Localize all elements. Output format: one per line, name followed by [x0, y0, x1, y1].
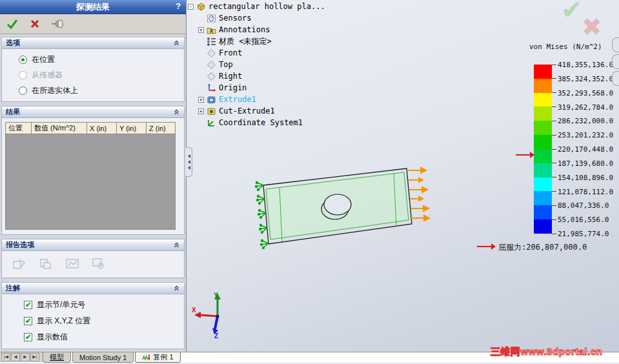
- legend-value-label: 319,262,784.0: [558, 103, 613, 112]
- task-pane-edge-tab[interactable]: [612, 37, 619, 52]
- tree-item-annotations[interactable]: + A Annotations: [188, 24, 349, 35]
- yield-marker-arrow-icon: [515, 150, 535, 159]
- panel-collapse-handle[interactable]: [186, 147, 192, 177]
- model-plate-with-hole[interactable]: [248, 156, 441, 259]
- col-value[interactable]: 数值 (N/m^2): [31, 122, 86, 134]
- legend-tick: [552, 191, 556, 192]
- legend-value-label: 418,355,136.0: [558, 61, 613, 69]
- coordinate-system-icon: [207, 118, 216, 128]
- save-results-icon: [37, 256, 54, 272]
- checkbox-show-node-element-number[interactable]: ✔ 显示节/单元号: [5, 297, 181, 313]
- radio-at-location[interactable]: 在位置: [5, 52, 181, 67]
- confirm-corner-check-icon[interactable]: ✔: [561, 0, 583, 25]
- tree-item-front-plane[interactable]: Front: [188, 47, 349, 59]
- tab-motion-study-1[interactable]: Motion Study 1: [72, 352, 134, 363]
- report-group-header[interactable]: 报告选项: [2, 239, 184, 251]
- radio-on-selected-entities[interactable]: 在所选实体上: [5, 83, 181, 98]
- radio-icon[interactable]: [19, 56, 27, 64]
- legend-tick: [552, 92, 556, 93]
- checkbox-show-value[interactable]: ✔ 显示数值: [5, 329, 181, 345]
- plot-graph-icon: [64, 256, 81, 272]
- legend-color-bar: [534, 65, 552, 234]
- results-table: 位置 数值 (N/m^2) X (in) Y (in) Z (in): [5, 122, 181, 230]
- help-icon[interactable]: ?: [176, 1, 181, 11]
- panel-toolbar: [0, 14, 186, 34]
- col-location[interactable]: 位置: [5, 122, 31, 134]
- collapse-chevron-icon: [173, 241, 180, 248]
- options-group: 选项 在位置 从传感器 在所选实体上: [1, 37, 185, 102]
- tab-model[interactable]: 模型: [43, 352, 71, 363]
- legend-value-label: 55,016,556.0: [558, 216, 609, 224]
- tab-scroll-last-button[interactable]: ▶|: [30, 353, 39, 361]
- col-x[interactable]: X (in): [86, 122, 116, 134]
- tree-item-cut-extrude1[interactable]: + Cut-Extrude1: [188, 105, 349, 117]
- annotation-group-header[interactable]: 注解: [2, 283, 184, 294]
- legend-segment: [534, 106, 552, 121]
- results-group: 结果 位置 数值 (N/m^2) X (in) Y (in) Z (in): [1, 106, 185, 235]
- legend-segment: [534, 163, 552, 177]
- results-group-header[interactable]: 结果: [2, 106, 184, 118]
- part-icon: [196, 2, 206, 12]
- checkbox-icon[interactable]: ✔: [24, 301, 32, 309]
- legend-tick: [552, 205, 556, 206]
- tree-item-extrude1[interactable]: + Extrude1: [188, 94, 349, 105]
- tree-item-coordinate-system1[interactable]: Coordinate System1: [188, 117, 349, 128]
- legend-segment: [534, 177, 552, 192]
- legend-tick: [552, 106, 556, 107]
- tab-scroll-first-button[interactable]: |◀: [1, 353, 10, 361]
- legend-segment: [534, 79, 552, 93]
- legend-tick: [552, 219, 556, 220]
- col-z[interactable]: Z (in): [146, 122, 176, 134]
- tab-scroll-prev-button[interactable]: ◀: [11, 353, 20, 361]
- legend-value-label: 88,047,336.0: [558, 201, 609, 210]
- radio-icon[interactable]: [19, 86, 27, 95]
- legend-value-label: 121,078,112.0: [558, 188, 613, 196]
- report-options-group: 报告选项: [1, 239, 185, 278]
- annotations-folder-icon: A: [207, 25, 216, 35]
- options-group-header[interactable]: 选项: [2, 37, 184, 49]
- task-pane-edge-tab[interactable]: [612, 71, 619, 86]
- legend-value-label: 220,170,448.0: [558, 145, 613, 154]
- col-y[interactable]: Y (in): [116, 122, 146, 134]
- legend-tick: [552, 78, 556, 79]
- material-icon: [207, 37, 216, 46]
- checkbox-show-xyz-location[interactable]: ✔ 显示 X,Y,Z 位置: [5, 313, 181, 329]
- expander-icon[interactable]: +: [198, 108, 204, 114]
- cut-extrude-icon: [207, 106, 216, 116]
- tree-item-part[interactable]: - rectangular hollow pla...: [188, 1, 349, 12]
- expander-icon[interactable]: +: [198, 27, 204, 33]
- triad-y-label: Y: [214, 292, 218, 299]
- checkbox-icon[interactable]: ✔: [24, 317, 32, 325]
- tree-item-material[interactable]: 材质 <未指定>: [188, 35, 349, 47]
- tree-item-origin[interactable]: Origin: [188, 82, 349, 94]
- panel-title-bar: 探测结果 ?: [0, 0, 186, 14]
- annotation-group: 注解 ✔ 显示节/单元号 ✔ 显示 X,Y,Z 位置 ✔ 显示数值: [1, 282, 185, 349]
- simulation-study-icon: [142, 354, 150, 361]
- task-pane-edge-tab[interactable]: [612, 54, 619, 69]
- cancel-button[interactable]: [28, 17, 41, 30]
- tab-simulation-study-1[interactable]: 算例 1: [135, 352, 180, 363]
- legend-value-label: 21,985,774.0: [558, 230, 609, 238]
- sensors-icon: [207, 14, 216, 23]
- collapse-chevron-icon: [173, 285, 180, 292]
- ok-button[interactable]: [6, 17, 19, 30]
- yield-strength-label: 屈服力:206,807,000.0: [498, 242, 587, 253]
- checkbox-icon[interactable]: ✔: [24, 333, 32, 341]
- panel-title: 探测结果: [76, 1, 110, 13]
- svg-text:A: A: [210, 28, 213, 34]
- expander-icon[interactable]: +: [198, 97, 204, 103]
- triad-z-label: Z: [214, 332, 218, 338]
- pushpin-icon[interactable]: [51, 17, 64, 30]
- legend-value-label: 385,324,352.0: [558, 75, 613, 83]
- legend-title: von Mises (N/m^2): [529, 43, 602, 51]
- tree-item-right-plane[interactable]: Right: [188, 70, 349, 82]
- results-table-body[interactable]: [5, 134, 176, 230]
- tree-item-sensors[interactable]: Sensors: [188, 12, 349, 24]
- legend-segment: [534, 191, 552, 205]
- tree-item-top-plane[interactable]: Top: [188, 59, 349, 70]
- watermark: 三维网www.3dportal.cn: [491, 346, 602, 358]
- expander-icon[interactable]: -: [188, 4, 194, 10]
- tab-scroll-buttons: |◀ ◀ ▶ ▶|: [0, 352, 43, 362]
- confirm-corner-cancel-icon[interactable]: ✖: [582, 13, 602, 41]
- tab-scroll-next-button[interactable]: ▶: [21, 353, 30, 361]
